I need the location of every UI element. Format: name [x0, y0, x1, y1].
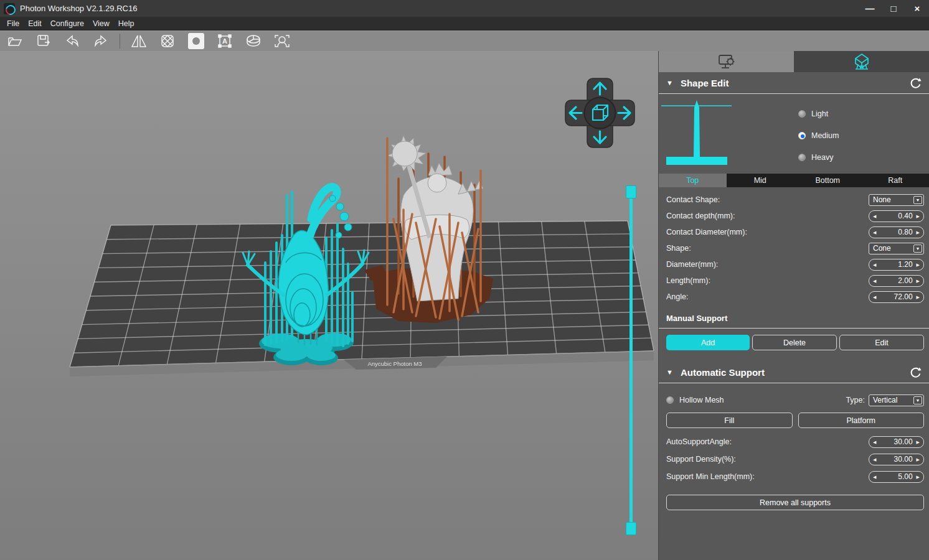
menu-file[interactable]: File: [2, 18, 24, 29]
z-slider-track[interactable]: [630, 193, 633, 528]
mirror-button[interactable]: [126, 32, 151, 50]
diameter-spinner[interactable]: ◀ 1.20 ▶: [869, 259, 924, 271]
length-spinner[interactable]: ◀ 2.00 ▶: [869, 275, 924, 287]
shape-edit-title: Shape Edit: [681, 78, 729, 88]
decrement-icon[interactable]: ◀: [873, 279, 876, 283]
support-shape-preview-block: Light Medium Heavy: [659, 94, 929, 174]
angle-spinner[interactable]: ◀ 72.00 ▶: [869, 291, 924, 303]
increment-icon[interactable]: ▶: [917, 230, 920, 235]
automatic-support-title: Automatic Support: [681, 367, 765, 378]
density-option-heavy[interactable]: Heavy: [798, 146, 839, 168]
rotate-button[interactable]: [155, 32, 180, 50]
save-button[interactable]: [31, 32, 56, 50]
increment-icon[interactable]: ▶: [917, 214, 920, 218]
decrement-icon[interactable]: ◀: [873, 263, 876, 267]
field-label: Angle:: [666, 292, 688, 301]
shape-dropdown[interactable]: Cone ▼: [869, 243, 924, 254]
toolbar: A: [0, 30, 929, 51]
decrement-icon[interactable]: ◀: [873, 295, 876, 299]
tab-raft[interactable]: Raft: [862, 174, 929, 187]
radio-icon[interactable]: [798, 110, 806, 118]
add-support-button[interactable]: Add: [666, 335, 750, 350]
decrement-icon[interactable]: ◀: [873, 457, 876, 462]
menu-view[interactable]: View: [88, 18, 114, 29]
collapse-triangle-icon[interactable]: ▼: [666, 79, 673, 86]
tab-bottom[interactable]: Bottom: [794, 174, 862, 187]
tab-support-edit[interactable]: [794, 51, 929, 72]
increment-icon[interactable]: ▶: [917, 475, 920, 479]
platform-button[interactable]: Platform: [798, 413, 925, 428]
increment-icon[interactable]: ▶: [917, 440, 920, 444]
increment-icon[interactable]: ▶: [917, 263, 920, 267]
density-option-light[interactable]: Light: [798, 103, 839, 124]
dropdown-value: None: [873, 195, 891, 204]
window-title: Photon Workshop V2.1.29.RC16: [20, 4, 137, 13]
decrement-icon[interactable]: ◀: [873, 214, 876, 218]
minimize-button[interactable]: —: [858, 0, 882, 17]
maximize-button[interactable]: □: [882, 0, 905, 17]
contact-depth-spinner[interactable]: ◀ 0.40 ▶: [869, 210, 924, 222]
title-bar: Photon Workshop V2.1.29.RC16 — □ ×: [0, 0, 929, 17]
decrement-icon[interactable]: ◀: [873, 230, 876, 235]
z-slider-bottom-handle[interactable]: [626, 522, 636, 535]
close-button[interactable]: ×: [905, 0, 929, 17]
increment-icon[interactable]: ▶: [917, 279, 920, 283]
svg-text:A: A: [222, 37, 227, 45]
face-scan-icon: [274, 34, 290, 49]
field-label: Contact Shape:: [666, 195, 720, 204]
viewport-3d[interactable]: Anycubic Photon M3: [0, 51, 658, 560]
field-diameter: Diameter(mm): ◀ 1.20 ▶: [666, 256, 924, 273]
collapse-triangle-icon[interactable]: ▼: [666, 368, 673, 376]
dropdown-value: Cone: [873, 244, 891, 253]
reset-icon[interactable]: [910, 366, 922, 378]
redo-button[interactable]: [88, 32, 113, 50]
auto-support-angle-spinner[interactable]: ◀ 30.00 ▶: [869, 436, 924, 448]
mace: [387, 136, 426, 171]
decrement-icon[interactable]: ◀: [873, 440, 876, 444]
radio-checked-icon[interactable]: [798, 132, 806, 139]
contact-shape-dropdown[interactable]: None ▼: [869, 194, 924, 206]
tab-machine-settings[interactable]: [659, 51, 794, 72]
menu-help[interactable]: Help: [114, 18, 139, 29]
build-plate: Anycubic Photon M3: [70, 221, 654, 376]
radio-icon[interactable]: [798, 154, 806, 161]
app-logo-icon: [4, 3, 15, 14]
support-min-length-spinner[interactable]: ◀ 5.00 ▶: [869, 471, 924, 483]
contact-diameter-spinner[interactable]: ◀ 0.80 ▶: [869, 226, 924, 238]
fill-button[interactable]: Fill: [666, 413, 793, 428]
spinner-value: 0.80: [898, 228, 912, 236]
density-option-medium[interactable]: Medium: [798, 124, 839, 146]
hollow-mesh-radio[interactable]: [666, 396, 674, 404]
increment-icon[interactable]: ▶: [917, 295, 920, 299]
slice-button[interactable]: [241, 32, 266, 50]
support-density-spinner[interactable]: ◀ 30.00 ▶: [869, 454, 924, 465]
support-type-dropdown[interactable]: Vertical ▼: [869, 394, 924, 406]
punch-hole-button[interactable]: [188, 33, 204, 49]
view-navigation-widget: [564, 77, 636, 149]
automatic-support-header[interactable]: ▼ Automatic Support: [659, 362, 929, 383]
undo-button[interactable]: [60, 32, 85, 50]
dropdown-arrow-icon[interactable]: ▼: [913, 245, 922, 253]
dropdown-arrow-icon[interactable]: ▼: [913, 196, 922, 204]
shape-edit-header[interactable]: ▼ Shape Edit: [659, 72, 929, 93]
redo-icon: [93, 34, 108, 48]
delete-support-button[interactable]: Delete: [752, 335, 837, 350]
tab-mid[interactable]: Mid: [727, 174, 795, 187]
remove-all-supports-button[interactable]: Remove all supports: [666, 495, 924, 510]
increment-icon[interactable]: ▶: [917, 457, 920, 462]
open-button[interactable]: [2, 32, 27, 50]
menu-edit[interactable]: Edit: [24, 18, 46, 29]
z-slider-top-handle[interactable]: [626, 185, 636, 198]
edit-support-button[interactable]: Edit: [839, 335, 924, 350]
text-button[interactable]: A: [212, 32, 237, 50]
photon-workshop-window: Photon Workshop V2.1.29.RC16 — □ × File …: [0, 0, 929, 560]
tab-top[interactable]: Top: [659, 174, 727, 187]
face-scan-button[interactable]: [270, 32, 295, 50]
reset-icon[interactable]: [910, 77, 922, 89]
platform-label: Anycubic Photon M3: [367, 360, 422, 367]
dropdown-arrow-icon[interactable]: ▼: [913, 396, 922, 404]
menu-configure[interactable]: Configure: [46, 18, 88, 29]
support-shape-preview: [661, 98, 736, 167]
decrement-icon[interactable]: ◀: [873, 475, 876, 479]
field-length: Length(mm): ◀ 2.00 ▶: [666, 273, 924, 289]
